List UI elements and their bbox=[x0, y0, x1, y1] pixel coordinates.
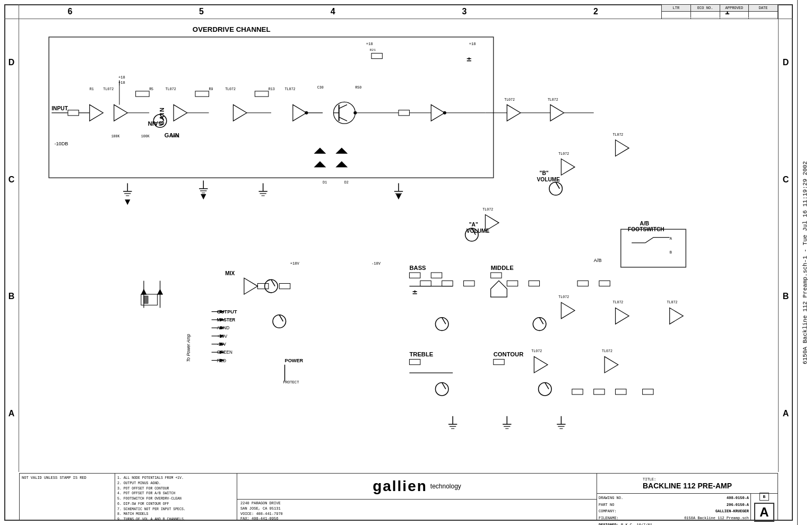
row-a-right: A bbox=[779, 355, 793, 472]
svg-point-157 bbox=[305, 111, 308, 115]
svg-marker-140 bbox=[561, 302, 575, 319]
svg-rect-112 bbox=[372, 53, 382, 58]
size-value: B bbox=[759, 493, 770, 501]
svg-text:100K: 100K bbox=[111, 134, 120, 138]
note-9: 9. TURNS OF VOL A AND B CHANNELS. bbox=[117, 517, 235, 522]
svg-rect-146 bbox=[529, 281, 539, 286]
svg-rect-142 bbox=[420, 281, 431, 286]
svg-marker-151 bbox=[604, 356, 618, 373]
rev-header-approved: APPROVED bbox=[720, 5, 749, 11]
svg-point-178 bbox=[533, 318, 546, 331]
svg-marker-208 bbox=[141, 289, 146, 294]
svg-line-16 bbox=[339, 117, 347, 121]
title-main-section: TITLE: BACKLINE 112 PRE-AMP bbox=[597, 474, 778, 494]
svg-text:A/B: A/B bbox=[640, 221, 650, 226]
schematic-svg-container: OVERDRIVE CHANNEL INPUT -10DB GAIN GAIN bbox=[19, 19, 778, 472]
company-value: GALLIEN-KRUEGER bbox=[715, 509, 749, 514]
address-line4: FAX: 408-441-0956 bbox=[240, 517, 593, 522]
svg-rect-24 bbox=[255, 91, 269, 97]
svg-text:BASS: BASS bbox=[409, 265, 426, 271]
drawing-no-value: 408-0150-A bbox=[727, 495, 749, 501]
svg-marker-36 bbox=[315, 162, 325, 167]
row-b-left: B bbox=[4, 238, 19, 355]
svg-text:"B": "B" bbox=[540, 170, 549, 176]
svg-text:TREBLE: TREBLE bbox=[409, 351, 433, 357]
svg-marker-12 bbox=[293, 104, 307, 121]
svg-text:+18: +18 bbox=[366, 42, 373, 46]
svg-text:TL072: TL072 bbox=[166, 87, 176, 91]
title-company-name: gallien technology bbox=[237, 474, 597, 500]
title-label: TITLE: bbox=[643, 477, 732, 482]
svg-text:A/B: A/B bbox=[594, 258, 602, 263]
svg-rect-73 bbox=[409, 273, 420, 278]
svg-point-182 bbox=[539, 382, 552, 396]
col-5: 5 bbox=[136, 7, 267, 16]
svg-text:TL072: TL072 bbox=[558, 152, 569, 156]
note-6: 6. DIP-SW FOR CONTOUR OFF bbox=[117, 502, 235, 507]
overdrive-channel-label: OVERDRIVE CHANNEL bbox=[193, 25, 271, 33]
svg-rect-59 bbox=[621, 229, 686, 267]
main-container: 6 5 4 3 2 1 D C B A D C B A LTR ECO NO. … bbox=[0, 0, 812, 525]
svg-marker-9 bbox=[114, 104, 128, 121]
designed-date: 10/7/01 bbox=[636, 523, 652, 525]
svg-point-158 bbox=[353, 111, 357, 115]
drawing-no-label: DRAWING NO. bbox=[599, 495, 623, 501]
technology-text: technology bbox=[430, 483, 461, 490]
svg-text:PROTECT: PROTECT bbox=[283, 380, 299, 384]
address-block: 2240 PARAGON DRIVE SAN JOSE, CA 95131 VO… bbox=[237, 500, 597, 523]
title-company: gallien technology 2240 PARAGON DRIVE SA… bbox=[237, 474, 597, 520]
row-b-right: B bbox=[779, 238, 793, 355]
svg-text:-18V: -18V bbox=[372, 261, 381, 266]
svg-text:R5: R5 bbox=[149, 87, 153, 91]
svg-text:B: B bbox=[670, 250, 672, 255]
company-label: COMPANY: bbox=[599, 509, 617, 514]
filename-value: 6150A Backline 112 Preamp.sch bbox=[684, 515, 749, 521]
address-line1: 2240 PARAGON DRIVE bbox=[240, 501, 593, 506]
col-4: 4 bbox=[267, 7, 399, 16]
svg-text:R50: R50 bbox=[355, 85, 361, 90]
schematic-svg: OVERDRIVE CHANNEL INPUT -10DB GAIN GAIN bbox=[19, 19, 778, 472]
note-7: 7. SCHEMATIC NOT PER INPUT SPECS. bbox=[117, 507, 235, 512]
title-notes: 1. ALL NODE POTENTIALS FROM +1V. 2. OUTP… bbox=[115, 474, 237, 520]
svg-text:FOOTSWITCH: FOOTSWITCH bbox=[628, 226, 664, 232]
svg-rect-23 bbox=[195, 91, 209, 97]
note-2: 2. OUTPUT MINUS AGND. bbox=[117, 481, 235, 486]
revision-header: LTR ECO NO. APPROVED DATE bbox=[662, 5, 778, 12]
svg-marker-211 bbox=[157, 289, 162, 294]
svg-marker-119 bbox=[616, 308, 629, 324]
svg-text:TL072: TL072 bbox=[548, 98, 558, 102]
svg-marker-38 bbox=[336, 162, 347, 167]
schematic-content: OVERDRIVE CHANNEL INPUT -10DB GAIN GAIN bbox=[19, 19, 778, 472]
svg-marker-37 bbox=[336, 148, 347, 153]
svg-marker-121 bbox=[670, 308, 684, 324]
title-stamp-warning: NOT VALID UNLESS STAMP IS RED bbox=[20, 474, 115, 520]
svg-rect-83 bbox=[409, 360, 420, 365]
svg-marker-162 bbox=[507, 104, 521, 121]
svg-text:D1: D1 bbox=[323, 180, 327, 185]
svg-text:TL072: TL072 bbox=[225, 87, 236, 91]
address-line3: VOICE: 408-441-7970 bbox=[240, 512, 593, 517]
part-no-label: PART NO bbox=[599, 502, 614, 508]
svg-marker-35 bbox=[315, 148, 325, 153]
svg-marker-165 bbox=[550, 104, 564, 121]
svg-rect-148 bbox=[599, 281, 610, 286]
svg-text:R9: R9 bbox=[209, 87, 213, 91]
svg-text:MIX: MIX bbox=[225, 270, 235, 276]
row-c-right: C bbox=[779, 121, 793, 239]
svg-point-174 bbox=[273, 315, 286, 328]
svg-text:TL072: TL072 bbox=[602, 349, 612, 353]
svg-text:R1: R1 bbox=[90, 87, 94, 91]
title-block: NOT VALID UNLESS STAMP IS RED 1. ALL NOD… bbox=[19, 473, 778, 521]
note-8: 8. MATCH MODELS bbox=[117, 512, 235, 517]
svg-rect-154 bbox=[144, 296, 148, 303]
row-d-right: D bbox=[779, 4, 793, 121]
svg-marker-53 bbox=[561, 159, 575, 176]
title-details-left: DRAWING NO. 408-0150-A PART NO 206-0150-… bbox=[597, 494, 751, 520]
svg-text:TL072: TL072 bbox=[285, 87, 296, 91]
designed-by: R.K.C. bbox=[621, 523, 634, 525]
svg-line-63 bbox=[645, 238, 653, 243]
svg-rect-74 bbox=[431, 273, 442, 278]
gallien-brand-text: gallien bbox=[373, 478, 427, 495]
right-sidebar: 6150A Backline 112 Preamp.sch-1 - Tue Ju… bbox=[797, 0, 812, 525]
svg-text:TL072: TL072 bbox=[612, 300, 623, 304]
